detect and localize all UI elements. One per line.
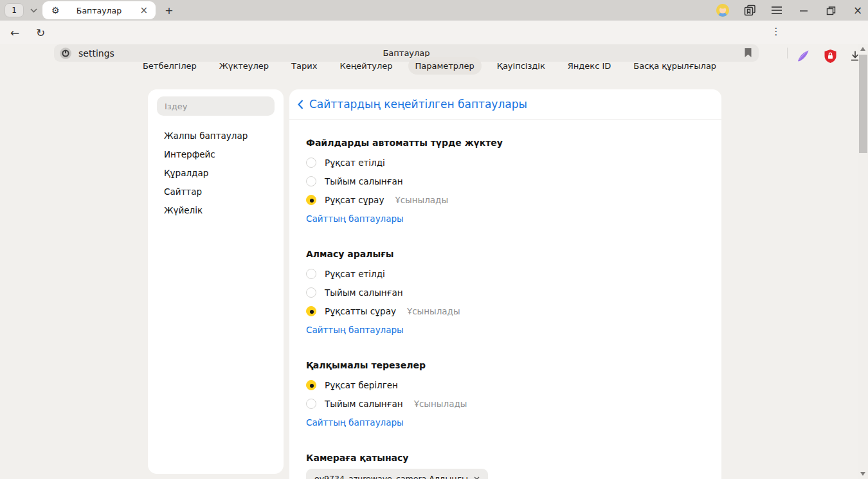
scrollbar-thumb[interactable] <box>859 55 867 153</box>
recommended-badge: Ұсынылады <box>395 195 448 205</box>
address-kebab-menu[interactable]: ⋮ <box>770 26 782 40</box>
tab-title: Баптаулар <box>60 6 139 15</box>
new-tab-button[interactable]: + <box>162 3 176 17</box>
sidebar-item-3[interactable]: Сайттар <box>157 182 275 201</box>
radio-option[interactable]: Рұқсат етілді <box>306 153 705 172</box>
sidebar-item-2[interactable]: Құралдар <box>157 163 275 182</box>
settings-content-card: Сайттардың кеңейтілген баптаулары Файлда… <box>289 89 721 479</box>
settings-sections: Файлдарды автоматты түрде жүктеуРұқсат е… <box>289 136 721 479</box>
radio-option[interactable]: Тыйым салынғанҰсынылады <box>306 394 705 413</box>
recommended-badge: Ұсынылады <box>407 306 460 316</box>
nav-tab-0[interactable]: Бетбелгілер <box>136 57 204 75</box>
section-title: Қалқымалы терезелер <box>306 359 705 372</box>
camera-device-value: ov9734_azurewave_camera Алдыңғы <box>314 474 468 479</box>
nav-tab-1[interactable]: Жүктеулер <box>212 57 276 75</box>
radio-unselected-icon[interactable] <box>306 158 316 168</box>
sidebar-item-0[interactable]: Жалпы баптаулар <box>157 126 275 145</box>
radio-option[interactable]: Рұқсат берілген <box>306 375 705 394</box>
radio-option[interactable]: Рұқсатты сұрауҰсынылады <box>306 302 705 320</box>
radio-label: Тыйым салынған <box>325 176 403 186</box>
nav-tab-3[interactable]: Кеңейтулер <box>332 57 399 75</box>
chevron-down-icon <box>474 476 480 479</box>
menu-hamburger-icon[interactable] <box>770 4 783 17</box>
radio-label: Тыйым салынған <box>325 287 403 298</box>
radio-unselected-icon[interactable] <box>306 269 316 279</box>
page-title: Сайттардың кеңейтілген баптаулары <box>309 98 527 111</box>
radio-unselected-icon[interactable] <box>306 399 316 409</box>
window-close-button[interactable]: × <box>851 4 864 17</box>
section: Қалқымалы терезелерРұқсат берілгенТыйым … <box>306 359 705 431</box>
sidebar-item-4[interactable]: Жүйелік <box>157 201 275 219</box>
browser-toolbar: ← ↻ settings Баптаулар ⋮ <box>0 21 868 44</box>
section-title: Файлдарды автоматты түрде жүктеу <box>306 136 705 149</box>
bookmarks-panel-icon[interactable] <box>743 4 756 17</box>
sidebar-search-input[interactable] <box>157 96 275 116</box>
section: Файлдарды автоматты түрде жүктеуРұқсат е… <box>306 136 705 228</box>
site-settings-link[interactable]: Сайттың баптаулары <box>306 320 404 339</box>
section-title: Камераға қатынасу <box>306 451 705 464</box>
chevron-down-icon <box>30 8 37 13</box>
settings-nav: БетбелгілерЖүктеулерТарихКеңейтулерПарам… <box>0 57 859 75</box>
section: Алмасу аралығыРұқсат етілдіТыйым салынға… <box>306 248 705 339</box>
radio-label: Рұқсат етілді <box>325 158 385 168</box>
section-title: Алмасу аралығы <box>306 248 705 260</box>
radio-option[interactable]: Тыйым салынған <box>306 172 705 190</box>
settings-gear-icon: ⚙ <box>51 5 60 15</box>
reload-button[interactable]: ↻ <box>33 26 48 40</box>
tab-list-chevron-button[interactable] <box>27 5 40 15</box>
recommended-badge: Ұсынылады <box>414 399 467 409</box>
radio-option[interactable]: Рұқсат сұрауҰсынылады <box>306 190 705 209</box>
scrollbar-up-arrow[interactable] <box>860 47 865 51</box>
window-maximize-button[interactable] <box>824 4 837 17</box>
radio-option[interactable]: Рұқсат етілді <box>306 264 705 283</box>
radio-label: Тыйым салынған <box>325 399 403 409</box>
sidebar-item-1[interactable]: Интерфейс <box>157 145 275 163</box>
back-button[interactable]: ← <box>8 26 22 40</box>
camera-device-dropdown[interactable]: ov9734_azurewave_camera Алдыңғы <box>306 469 488 479</box>
site-settings-link[interactable]: Сайттың баптаулары <box>306 413 404 431</box>
tab-close-icon[interactable]: × <box>138 6 149 15</box>
radio-unselected-icon[interactable] <box>306 287 316 298</box>
nav-tab-4[interactable]: Параметрлер <box>408 57 482 75</box>
radio-option[interactable]: Тыйым салынған <box>306 283 705 302</box>
section: Камераға қатынасуov9734_azurewave_camera… <box>306 451 705 479</box>
tab-counter-badge[interactable]: 1 <box>5 3 24 17</box>
radio-label: Рұқсат етілді <box>325 269 385 279</box>
radio-label: Рұқсат сұрау <box>325 195 384 205</box>
radio-label: Рұқсатты сұрау <box>325 306 396 316</box>
scrollbar[interactable] <box>858 44 868 479</box>
scrollbar-down-arrow[interactable] <box>860 472 865 476</box>
nav-tab-2[interactable]: Тарих <box>284 57 324 75</box>
address-bar-page-title: Баптаулар <box>54 48 759 58</box>
site-settings-link[interactable]: Сайттың баптаулары <box>306 209 404 228</box>
tab-strip: 1 ⚙ Баптаулар × + <box>0 0 868 21</box>
profile-avatar[interactable] <box>716 4 729 17</box>
nav-tab-7[interactable]: Басқа құрылғылар <box>626 57 723 75</box>
browser-tab[interactable]: ⚙ Баптаулар × <box>42 1 156 19</box>
radio-selected-icon[interactable] <box>306 380 316 390</box>
radio-group: Рұқсат берілгенТыйым салынғанҰсынылады <box>306 375 705 413</box>
radio-group: Рұқсат етілдіТыйым салынғанРұқсат сұрауҰ… <box>306 153 705 209</box>
settings-sidebar: Жалпы баптауларИнтерфейсҚұралдарСайттарЖ… <box>148 89 284 474</box>
chevron-left-icon <box>298 100 303 109</box>
radio-group: Рұқсат етілдіТыйым салынғанРұқсатты сұра… <box>306 264 705 320</box>
browser-window: 1 ⚙ Баптаулар × + <box>0 0 868 479</box>
window-minimize-button[interactable] <box>797 4 810 17</box>
radio-unselected-icon[interactable] <box>306 176 316 186</box>
radio-label: Рұқсат берілген <box>325 380 398 390</box>
radio-selected-icon[interactable] <box>306 306 316 316</box>
nav-tab-6[interactable]: Яндекс ID <box>561 57 619 75</box>
radio-selected-icon[interactable] <box>306 195 316 205</box>
nav-tab-5[interactable]: Қауіпсіздік <box>490 57 552 75</box>
back-header[interactable]: Сайттардың кеңейтілген баптаулары <box>289 89 721 120</box>
avatar <box>716 4 729 17</box>
sidebar-list: Жалпы баптауларИнтерфейсҚұралдарСайттарЖ… <box>157 126 275 219</box>
